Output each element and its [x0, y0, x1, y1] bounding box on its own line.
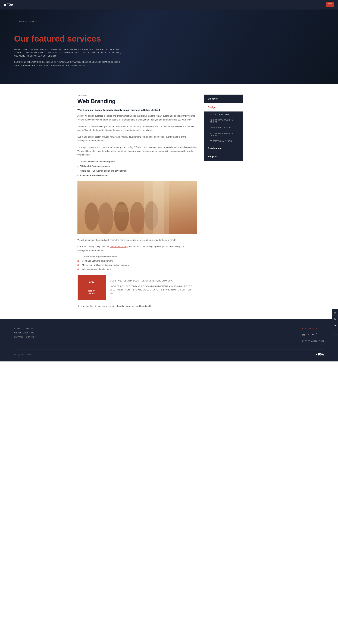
footer-link-about[interactable]: ABOUT FDA	[14, 332, 26, 334]
logo-text: FDA	[7, 3, 13, 7]
footer-link-home[interactable]: HOME	[14, 328, 26, 330]
footer-logo-square	[316, 354, 318, 355]
footer-email: INFOFDA@MAI.COM	[302, 340, 324, 342]
svg-point-7	[113, 205, 130, 212]
num-label: 1.	[77, 256, 80, 258]
hero-title-start: Our featured	[14, 34, 67, 43]
development-label: Development	[208, 147, 222, 149]
closing-text: Re branding, logo design, event branding…	[77, 304, 197, 308]
footer-copyright: All rights reserved 2021, FDA	[14, 354, 40, 356]
hero-title-highlight: services	[67, 34, 101, 43]
hero-title: Our featured services	[14, 34, 324, 44]
design-label: Design	[208, 106, 216, 108]
logo-square	[4, 4, 6, 6]
footer-bottom: All rights reserved 2021, FDA FDA	[14, 349, 324, 356]
hero-section: ← BACK TO HOME PAGE Our featured service…	[0, 10, 338, 84]
footer-logo-text: FDA	[318, 353, 324, 356]
quote-left: ““ Robert Moss	[78, 275, 106, 300]
num-label: 4.	[77, 268, 80, 270]
footer-instagram-icon[interactable]: 📷	[302, 333, 305, 336]
list-item-text: eCommerce web development	[80, 174, 109, 177]
num-label: 2.	[77, 260, 80, 262]
para-2: We will find out what makes you unique, …	[77, 125, 197, 132]
follow-title: FOLLOW FDA	[302, 328, 324, 330]
sidebar-subitem-web-branding[interactable]: WEB BRANDING	[204, 112, 243, 117]
sidebar-item-discover[interactable]: Discover	[204, 94, 243, 103]
footer-link-why[interactable]: WHY US	[26, 332, 36, 334]
hero-content: ← BACK TO HOME PAGE Our featured service…	[14, 20, 324, 67]
sidebar-subitem-responsive[interactable]: RESPONSIVE WEBSITE DESIGN	[204, 117, 243, 125]
para-3: Our brand identity design includes new b…	[77, 135, 197, 143]
support-label: Support	[208, 155, 217, 158]
instagram-icon[interactable]: 📷	[332, 309, 338, 316]
hero-desc-2: OUR BRAND IDENTITY DESIGN INCLUDES NEW B…	[14, 60, 123, 67]
quote-text-1: OUR BRAND IDENTITY DESIGN DEVELOPMENT, R…	[110, 279, 193, 283]
list-item: 3. Mobile app - iOS/Android design and d…	[77, 264, 197, 266]
hamburger-line-3	[328, 6, 332, 6]
after-image-prefix: Our brand identity design includes	[77, 246, 110, 248]
bullet-list: • Custom web design and development • CR…	[77, 160, 197, 177]
team-image	[77, 181, 197, 234]
hamburger-button[interactable]	[326, 2, 334, 8]
quote-author: Robert Moss	[88, 290, 95, 295]
hamburger-line-1	[328, 4, 332, 4]
list-item-text: Mobile app - iOS/Android design and deve…	[80, 170, 127, 172]
sidebar-item-development[interactable]: Development	[204, 144, 243, 152]
footer-logo: FDA	[316, 353, 324, 356]
svg-point-5	[130, 202, 145, 233]
footer-link-service[interactable]: SERVICE	[14, 336, 26, 338]
list-item: 4. eCommerce web development	[77, 268, 197, 270]
sub-heading: Web Branding - Logo , Corporate identity…	[77, 109, 197, 111]
content-left: DESIGN Web Branding Web Branding - Logo …	[77, 94, 197, 308]
svg-rect-9	[153, 181, 164, 234]
sidebar-subitem-mobile[interactable]: MOBILE APP DESIGN	[204, 125, 243, 130]
list-item: • CRM and Software development	[77, 165, 197, 168]
footer-social-icons: 📷 𝕏 in f	[302, 333, 324, 336]
section-title: Web Branding	[77, 98, 197, 104]
list-item-text: CRM and Software development	[82, 260, 112, 262]
para-4: Looking to overview and update your comp…	[77, 146, 197, 157]
sidebar-item-design[interactable]: Design	[204, 103, 243, 112]
quote-right: OUR BRAND IDENTITY DESIGN DEVELOPMENT, R…	[106, 275, 197, 300]
list-item-text: CRM and Software development	[80, 165, 110, 168]
footer-link-contact[interactable]: CONTACT	[26, 336, 36, 338]
svg-point-2	[84, 202, 99, 230]
quote-box: ““ Robert Moss OUR BRAND IDENTITY DESIGN…	[77, 275, 197, 300]
footer-twitter-icon[interactable]: 𝕏	[307, 333, 309, 336]
footer-col-social: FOLLOW FDA 📷 𝕏 in f INFOFDA@MAI.COM	[302, 328, 324, 342]
num-label: 3.	[77, 264, 80, 266]
list-item: 2. CRM and Software development	[77, 260, 197, 262]
quote-mark: ““	[89, 280, 94, 286]
brand-strategy-link[interactable]: new brand strategy	[110, 246, 128, 248]
bullet-dot: •	[77, 160, 78, 163]
footer-link-project[interactable]: PROJECT	[26, 328, 36, 330]
bullet-dot: •	[77, 165, 78, 168]
sidebar-subitem-promo[interactable]: PROMOTIONAL VIDEO	[204, 138, 243, 144]
after-image-para-1: We will take it from there and we'll cre…	[77, 238, 197, 242]
list-item-text: Custom web design and development	[82, 256, 117, 258]
svg-point-3	[98, 202, 114, 234]
discover-label: Discover	[208, 98, 218, 100]
footer-col-2: PROJECT WHY US CONTACT	[26, 328, 36, 342]
sidebar-subitem-ecommerce[interactable]: ECOMMERCE WEBSITE DESIGN	[204, 130, 243, 138]
sidebar-item-support[interactable]: Support	[204, 152, 243, 161]
para-1: At FDA we design business identities and…	[77, 114, 197, 122]
after-image-para-2: Our brand identity design includes new b…	[77, 245, 197, 252]
section-label: DESIGN	[77, 94, 197, 96]
facebook-icon[interactable]: f	[332, 328, 338, 335]
linkedin-icon[interactable]: in	[332, 322, 338, 328]
list-item: • Custom web design and development	[77, 160, 197, 163]
footer: HOME ABOUT FDA SERVICE PROJECT WHY US CO…	[0, 319, 338, 362]
bullet-dot: •	[77, 170, 78, 172]
footer-linkedin-icon[interactable]: in	[312, 333, 314, 336]
sidebar-submenu: WEB BRANDING RESPONSIVE WEBSITE DESIGN M…	[204, 112, 243, 144]
social-sidebar: 📷 𝕏 in f	[332, 309, 338, 335]
back-label: BACK TO HOME PAGE	[18, 20, 42, 23]
logo: FDA	[4, 3, 13, 7]
back-link[interactable]: ← BACK TO HOME PAGE	[14, 20, 324, 23]
list-item-text: Mobile app - iOS/Android design and deve…	[82, 264, 129, 266]
list-item-text: Custom web design and development	[80, 160, 115, 163]
footer-facebook-icon[interactable]: f	[316, 333, 317, 336]
twitter-icon[interactable]: 𝕏	[332, 316, 338, 322]
footer-col-1: HOME ABOUT FDA SERVICE	[14, 328, 26, 342]
